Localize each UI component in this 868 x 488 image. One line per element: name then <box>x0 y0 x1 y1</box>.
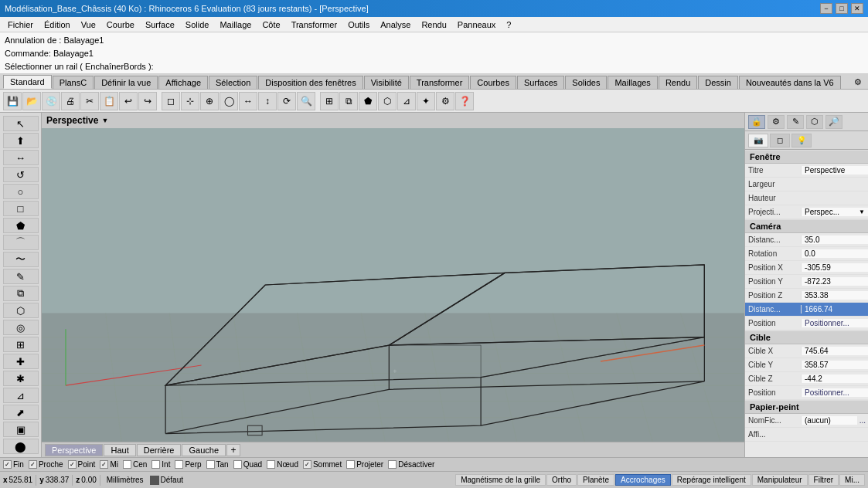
dir-icon[interactable]: ⬈ <box>3 405 39 420</box>
snap-check-projeter[interactable] <box>346 460 355 469</box>
snap-check-perp[interactable] <box>175 460 183 469</box>
snap-item-desactiver[interactable]: Désactiver <box>388 460 434 469</box>
snap-check-desactiver[interactable] <box>388 460 397 469</box>
snap-item-tan[interactable]: Tan <box>206 460 229 469</box>
freehand-icon[interactable]: ✎ <box>3 269 39 284</box>
toolbar-tab-rendu[interactable]: Rendu <box>659 76 697 89</box>
viewport-tab-derrière[interactable]: Derrière <box>137 444 182 456</box>
panel-icon-btn-2[interactable]: ✎ <box>787 115 804 129</box>
bottom-tab-filtrer[interactable]: Filtrer <box>808 474 839 486</box>
toolbar-tab-plansc[interactable]: PlansC <box>53 76 94 89</box>
bottom-tab-manipulateur[interactable]: Manipulateur <box>752 474 808 486</box>
box-icon[interactable]: ▣ <box>3 422 39 437</box>
toolbar-icon-21[interactable]: ✦ <box>417 92 435 110</box>
grid-icon[interactable]: ⊞ <box>3 337 39 352</box>
right-panel-tab-1[interactable]: ◻ <box>770 134 790 147</box>
add-icon[interactable]: ✚ <box>3 354 39 369</box>
snap-check-proche[interactable]: ✓ <box>29 460 37 469</box>
snap-check-mi[interactable]: ✓ <box>100 460 108 469</box>
toolbar-settings-icon[interactable]: ⚙ <box>851 76 865 89</box>
rotate-icon[interactable]: ↺ <box>3 167 39 182</box>
move-icon[interactable]: ⬆ <box>3 133 39 148</box>
menu-item-transformer[interactable]: Transformer <box>287 19 342 31</box>
snap-check-sommet[interactable]: ✓ <box>303 460 311 469</box>
toolbar-icon-16[interactable]: ⊞ <box>320 92 339 110</box>
menu-item-[interactable]: ? <box>502 19 516 31</box>
toolbar-icon-7[interactable]: ↪ <box>138 92 157 110</box>
menu-item-cte[interactable]: Côte <box>257 19 284 31</box>
bottom-tab-accrochages[interactable]: Accrochages <box>615 474 671 486</box>
snap-check-tan[interactable] <box>206 460 215 469</box>
toolbar-icon-12[interactable]: ↔ <box>239 92 257 110</box>
snap-item-proche[interactable]: ✓Proche <box>29 460 63 469</box>
snap-item-projeter[interactable]: Projeter <box>346 460 383 469</box>
menu-item-dition[interactable]: Édition <box>39 19 75 31</box>
toolbar-tab-courbes[interactable]: Courbes <box>470 76 516 89</box>
target-icon[interactable]: ◎ <box>3 320 39 335</box>
toolbar-icon-17[interactable]: ⧉ <box>339 92 358 110</box>
toolbar-icon-10[interactable]: ⊕ <box>200 92 219 110</box>
panel-icon-btn-4[interactable]: 🔎 <box>825 115 842 129</box>
snap-check-int[interactable] <box>151 460 160 469</box>
toolbar-tab-solides[interactable]: Solides <box>565 76 607 89</box>
poly-icon[interactable]: ⬟ <box>3 218 39 233</box>
bottom-tab-magnétismedelagrille[interactable]: Magnétisme de la grille <box>455 474 546 486</box>
close-button[interactable]: ✕ <box>851 3 863 14</box>
bottom-tab-ortho[interactable]: Ortho <box>546 474 577 486</box>
viewport-dropdown[interactable]: ▼ <box>101 117 108 124</box>
snap-icon[interactable]: ✱ <box>3 371 39 386</box>
bottom-tab-planète[interactable]: Planète <box>577 474 614 486</box>
toolbar-icon-11[interactable]: ◯ <box>220 92 238 110</box>
toolbar-icon-4[interactable]: ✂ <box>80 92 99 110</box>
viewport-tab-haut[interactable]: Haut <box>104 444 135 456</box>
toolbar-icon-18[interactable]: ⬟ <box>359 92 377 110</box>
toolbar-tab-sélection[interactable]: Sélection <box>209 76 257 89</box>
snap-item-sommet[interactable]: ✓Sommet <box>303 460 342 469</box>
bottom-tab-repérageintelligent[interactable]: Repérage intelligent <box>672 474 751 486</box>
toolbar-icon-14[interactable]: ⟳ <box>277 92 296 110</box>
toolbar-icon-2[interactable]: 💿 <box>42 92 60 110</box>
snap-check-fin[interactable]: ✓ <box>3 460 12 469</box>
snap-item-mi[interactable]: ✓Mi <box>100 460 118 469</box>
arc-icon[interactable]: ⌒ <box>3 235 39 250</box>
bottom-tab-mi...[interactable]: Mi... <box>839 474 865 486</box>
toolbar-icon-3[interactable]: 🖨 <box>61 92 80 110</box>
toolbar-tab-visibilité[interactable]: Visibilité <box>364 76 409 89</box>
toolbar-icon-9[interactable]: ⊹ <box>181 92 199 110</box>
toolbar-tab-nouveautésdanslav6[interactable]: Nouveautés dans la V6 <box>739 76 841 89</box>
viewport-tab-perspective[interactable]: Perspective <box>45 444 103 456</box>
snap-check-cen[interactable] <box>123 460 131 469</box>
snap-check-quad[interactable] <box>233 460 242 469</box>
toolbar-tab-affichage[interactable]: Affichage <box>158 76 208 89</box>
pointer-icon[interactable]: ↖ <box>3 116 39 131</box>
toolbar-icon-22[interactable]: ⚙ <box>436 92 454 110</box>
menu-item-fichier[interactable]: Fichier <box>3 19 38 31</box>
menu-item-analyse[interactable]: Analyse <box>376 19 415 31</box>
snap-item-point[interactable]: ✓Point <box>68 460 96 469</box>
menu-item-panneaux[interactable]: Panneaux <box>453 19 501 31</box>
toolbar-icon-6[interactable]: ↩ <box>119 92 138 110</box>
menu-item-courbe[interactable]: Courbe <box>102 19 139 31</box>
snap-item-noeud[interactable]: Nœud <box>267 460 298 469</box>
toolbar-icon-1[interactable]: 📂 <box>22 92 41 110</box>
curve-icon[interactable]: 〜 <box>3 252 39 267</box>
toolbar-icon-13[interactable]: ↕ <box>258 92 277 110</box>
toolbar-tab-maillages[interactable]: Maillages <box>608 76 657 89</box>
menu-item-solide[interactable]: Solide <box>181 19 214 31</box>
snap-check-point[interactable]: ✓ <box>68 460 77 469</box>
command-input[interactable] <box>154 62 863 71</box>
scale-icon[interactable]: ↔ <box>3 150 39 165</box>
snap-item-quad[interactable]: Quad <box>233 460 262 469</box>
panel-icon-btn-0[interactable]: 🔒 <box>748 115 765 129</box>
toolbar-icon-15[interactable]: 🔍 <box>297 92 315 110</box>
menu-item-outils[interactable]: Outils <box>343 19 374 31</box>
menu-item-rendu[interactable]: Rendu <box>417 19 451 31</box>
rect-icon[interactable]: □ <box>3 201 39 216</box>
toolbar-tab-standard[interactable]: Standard <box>3 75 52 89</box>
menu-item-vue[interactable]: Vue <box>77 19 100 31</box>
toolbar-icon-20[interactable]: ⊿ <box>397 92 416 110</box>
prop-position2-value[interactable]: Positionner... <box>801 388 868 397</box>
toolbar-icon-23[interactable]: ❓ <box>455 92 474 110</box>
toolbar-tab-surfaces[interactable]: Surfaces <box>517 76 564 89</box>
menu-item-maillage[interactable]: Maillage <box>215 19 256 31</box>
